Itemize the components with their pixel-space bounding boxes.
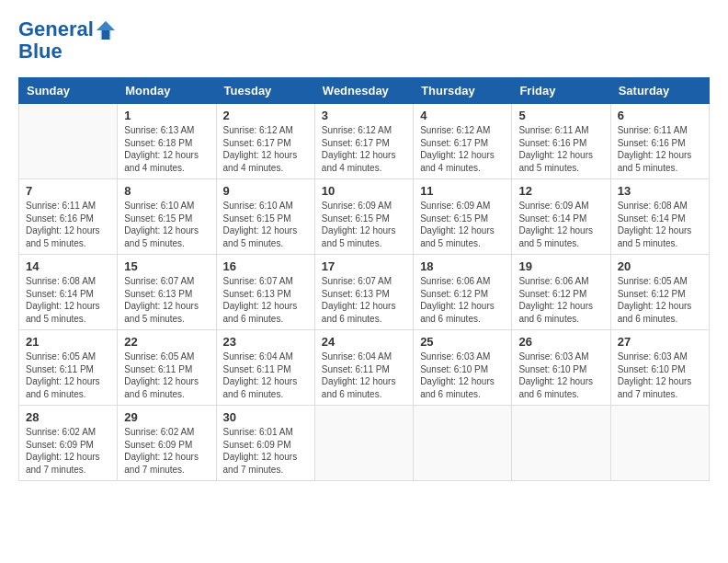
calendar-cell: 14Sunrise: 6:08 AM Sunset: 6:14 PM Dayli…: [19, 255, 118, 330]
calendar-cell: 5Sunrise: 6:11 AM Sunset: 6:16 PM Daylig…: [512, 104, 610, 179]
day-info: Sunrise: 6:10 AM Sunset: 6:15 PM Dayligh…: [223, 200, 308, 249]
calendar-cell: 23Sunrise: 6:04 AM Sunset: 6:11 PM Dayli…: [216, 330, 314, 406]
calendar-cell: [314, 406, 413, 481]
calendar-cell: 17Sunrise: 6:07 AM Sunset: 6:13 PM Dayli…: [314, 255, 413, 330]
page-header: GeneralBlue: [18, 18, 710, 63]
calendar-cell: [512, 406, 610, 481]
day-number: 13: [618, 184, 702, 198]
calendar-cell: 2Sunrise: 6:12 AM Sunset: 6:17 PM Daylig…: [216, 104, 314, 179]
day-number: 27: [618, 335, 702, 349]
calendar-cell: 16Sunrise: 6:07 AM Sunset: 6:13 PM Dayli…: [216, 255, 314, 330]
calendar-cell: 27Sunrise: 6:03 AM Sunset: 6:10 PM Dayli…: [610, 330, 709, 406]
day-header-wednesday: Wednesday: [314, 78, 413, 104]
day-number: 3: [322, 109, 406, 122]
day-number: 30: [223, 410, 308, 424]
calendar-cell: 19Sunrise: 6:06 AM Sunset: 6:12 PM Dayli…: [512, 255, 610, 330]
day-number: 28: [26, 410, 110, 424]
day-number: 7: [26, 184, 110, 198]
day-header-saturday: Saturday: [610, 78, 709, 104]
day-number: 21: [26, 335, 110, 349]
day-info: Sunrise: 6:01 AM Sunset: 6:09 PM Dayligh…: [223, 426, 308, 476]
day-info: Sunrise: 6:05 AM Sunset: 6:11 PM Dayligh…: [26, 350, 110, 400]
day-number: 1: [124, 109, 209, 122]
day-number: 17: [322, 259, 406, 273]
calendar-cell: 24Sunrise: 6:04 AM Sunset: 6:11 PM Dayli…: [314, 330, 413, 406]
day-header-sunday: Sunday: [19, 78, 118, 104]
day-info: Sunrise: 6:12 AM Sunset: 6:17 PM Dayligh…: [223, 124, 308, 174]
day-info: Sunrise: 6:03 AM Sunset: 6:10 PM Dayligh…: [518, 350, 603, 400]
calendar-cell: 30Sunrise: 6:01 AM Sunset: 6:09 PM Dayli…: [216, 406, 314, 481]
day-info: Sunrise: 6:09 AM Sunset: 6:15 PM Dayligh…: [322, 200, 406, 249]
day-header-friday: Friday: [512, 78, 610, 104]
calendar-week-3: 14Sunrise: 6:08 AM Sunset: 6:14 PM Dayli…: [19, 255, 710, 330]
day-header-monday: Monday: [118, 78, 216, 104]
day-info: Sunrise: 6:02 AM Sunset: 6:09 PM Dayligh…: [124, 426, 209, 476]
day-info: Sunrise: 6:03 AM Sunset: 6:10 PM Dayligh…: [420, 350, 505, 400]
day-info: Sunrise: 6:09 AM Sunset: 6:14 PM Dayligh…: [518, 200, 603, 249]
calendar-cell: 22Sunrise: 6:05 AM Sunset: 6:11 PM Dayli…: [118, 330, 216, 406]
day-number: 5: [518, 109, 603, 122]
day-info: Sunrise: 6:03 AM Sunset: 6:10 PM Dayligh…: [618, 350, 702, 400]
day-number: 29: [124, 410, 209, 424]
calendar-cell: 3Sunrise: 6:12 AM Sunset: 6:17 PM Daylig…: [314, 104, 413, 179]
day-info: Sunrise: 6:06 AM Sunset: 6:12 PM Dayligh…: [518, 275, 603, 325]
day-info: Sunrise: 6:07 AM Sunset: 6:13 PM Dayligh…: [124, 275, 209, 325]
calendar-week-5: 28Sunrise: 6:02 AM Sunset: 6:09 PM Dayli…: [19, 406, 710, 481]
calendar-body: 1Sunrise: 6:13 AM Sunset: 6:18 PM Daylig…: [19, 104, 710, 481]
calendar-cell: 20Sunrise: 6:05 AM Sunset: 6:12 PM Dayli…: [610, 255, 709, 330]
calendar-cell: 12Sunrise: 6:09 AM Sunset: 6:14 PM Dayli…: [512, 179, 610, 255]
calendar-cell: 21Sunrise: 6:05 AM Sunset: 6:11 PM Dayli…: [19, 330, 118, 406]
calendar-cell: 10Sunrise: 6:09 AM Sunset: 6:15 PM Dayli…: [314, 179, 413, 255]
day-number: 14: [26, 259, 110, 273]
day-info: Sunrise: 6:11 AM Sunset: 6:16 PM Dayligh…: [518, 124, 603, 174]
day-info: Sunrise: 6:11 AM Sunset: 6:16 PM Dayligh…: [618, 124, 702, 174]
day-number: 4: [420, 109, 505, 122]
calendar-cell: 4Sunrise: 6:12 AM Sunset: 6:17 PM Daylig…: [414, 104, 512, 179]
day-number: 11: [420, 184, 505, 198]
day-info: Sunrise: 6:12 AM Sunset: 6:17 PM Dayligh…: [322, 124, 406, 174]
logo: GeneralBlue: [18, 18, 116, 63]
day-info: Sunrise: 6:02 AM Sunset: 6:09 PM Dayligh…: [26, 426, 110, 476]
day-number: 25: [420, 335, 505, 349]
day-number: 8: [124, 184, 209, 198]
calendar-cell: 15Sunrise: 6:07 AM Sunset: 6:13 PM Dayli…: [118, 255, 216, 330]
calendar-cell: 29Sunrise: 6:02 AM Sunset: 6:09 PM Dayli…: [118, 406, 216, 481]
day-info: Sunrise: 6:09 AM Sunset: 6:15 PM Dayligh…: [420, 200, 505, 249]
day-header-thursday: Thursday: [414, 78, 512, 104]
calendar-cell: [414, 406, 512, 481]
day-number: 26: [518, 335, 603, 349]
day-info: Sunrise: 6:04 AM Sunset: 6:11 PM Dayligh…: [223, 350, 308, 400]
day-number: 2: [223, 109, 308, 122]
calendar-cell: [610, 406, 709, 481]
calendar-table: SundayMondayTuesdayWednesdayThursdayFrid…: [18, 77, 710, 481]
day-info: Sunrise: 6:12 AM Sunset: 6:17 PM Dayligh…: [420, 124, 505, 174]
calendar-header-row: SundayMondayTuesdayWednesdayThursdayFrid…: [19, 78, 710, 104]
day-number: 24: [322, 335, 406, 349]
calendar-cell: 28Sunrise: 6:02 AM Sunset: 6:09 PM Dayli…: [19, 406, 118, 481]
day-info: Sunrise: 6:08 AM Sunset: 6:14 PM Dayligh…: [26, 275, 110, 325]
day-number: 15: [124, 259, 209, 273]
day-number: 23: [223, 335, 308, 349]
day-number: 20: [618, 259, 702, 273]
day-number: 16: [223, 259, 308, 273]
calendar-cell: 26Sunrise: 6:03 AM Sunset: 6:10 PM Dayli…: [512, 330, 610, 406]
day-info: Sunrise: 6:05 AM Sunset: 6:12 PM Dayligh…: [618, 275, 702, 325]
calendar-week-2: 7Sunrise: 6:11 AM Sunset: 6:16 PM Daylig…: [19, 179, 710, 255]
calendar-cell: 13Sunrise: 6:08 AM Sunset: 6:14 PM Dayli…: [610, 179, 709, 255]
day-info: Sunrise: 6:06 AM Sunset: 6:12 PM Dayligh…: [420, 275, 505, 325]
day-number: 18: [420, 259, 505, 273]
day-info: Sunrise: 6:07 AM Sunset: 6:13 PM Dayligh…: [223, 275, 308, 325]
calendar-cell: 7Sunrise: 6:11 AM Sunset: 6:16 PM Daylig…: [19, 179, 118, 255]
day-header-tuesday: Tuesday: [216, 78, 314, 104]
day-number: 22: [124, 335, 209, 349]
day-info: Sunrise: 6:10 AM Sunset: 6:15 PM Dayligh…: [124, 200, 209, 249]
calendar-cell: 11Sunrise: 6:09 AM Sunset: 6:15 PM Dayli…: [414, 179, 512, 255]
calendar-week-1: 1Sunrise: 6:13 AM Sunset: 6:18 PM Daylig…: [19, 104, 710, 179]
calendar-cell: [19, 104, 118, 179]
day-number: 12: [518, 184, 603, 198]
day-info: Sunrise: 6:13 AM Sunset: 6:18 PM Dayligh…: [124, 124, 209, 174]
day-info: Sunrise: 6:08 AM Sunset: 6:14 PM Dayligh…: [618, 200, 702, 249]
calendar-cell: 8Sunrise: 6:10 AM Sunset: 6:15 PM Daylig…: [118, 179, 216, 255]
calendar-cell: 9Sunrise: 6:10 AM Sunset: 6:15 PM Daylig…: [216, 179, 314, 255]
day-info: Sunrise: 6:07 AM Sunset: 6:13 PM Dayligh…: [322, 275, 406, 325]
